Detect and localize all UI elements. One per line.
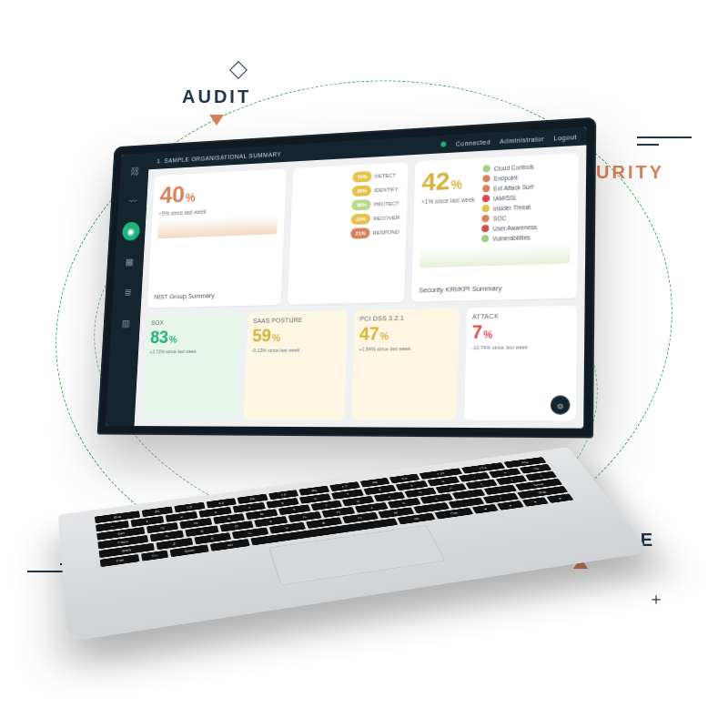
card-title: PCI DSS 3.2.1 <box>359 314 453 322</box>
status-dot-icon <box>441 141 447 147</box>
status-dot-icon <box>482 175 490 182</box>
card-nist-pills[interactable]: 55%DETECT60%IDENTIFY48%PROTECT32%RECOVER… <box>288 162 408 305</box>
dashboard-screen: ⛓〰◉▦≣▥ 1. SAMPLE ORGANISATIONAL SUMMARY … <box>106 126 587 428</box>
status-dot-icon <box>481 215 489 222</box>
card-pci[interactable]: PCI DSS 3.2.147%+1.84% since last week <box>351 308 460 420</box>
pill-label: RESPOND <box>373 229 399 236</box>
laptop-screen-bezel: ⛓〰◉▦≣▥ 1. SAMPLE ORGANISATIONAL SUMMARY … <box>97 117 597 439</box>
kri-label: Endpoint <box>494 174 518 181</box>
laptop-keyboard: EscF1F2F3F4F5F6F7F8F9F10F11F12~123456789… <box>58 447 651 642</box>
kri-label: User Awareness <box>492 223 537 231</box>
kri-item[interactable]: User Awareness <box>481 223 537 232</box>
kri-label: Cloud Controls <box>494 163 534 171</box>
keyboard-key: Fn <box>141 551 168 561</box>
status-dot-icon <box>481 235 489 242</box>
main-area: 1. SAMPLE ORGANISATIONAL SUMMARY Connect… <box>134 126 586 428</box>
keyboard-key: ► <box>547 493 574 502</box>
pill-badge: 48% <box>351 199 370 211</box>
user-label[interactable]: Administrator <box>500 136 544 145</box>
card-delta: -10.74% since last week <box>471 344 571 351</box>
card-value: 47% <box>359 322 454 345</box>
status-dot-icon <box>482 185 490 192</box>
card-delta: +2.72% since last week <box>149 348 235 354</box>
status-dot-icon <box>481 225 489 232</box>
kri-item[interactable]: Vulnerabilities <box>481 233 537 242</box>
card-kri-summary[interactable]: 42% +1% since last week Cloud ControlsEn… <box>411 153 579 302</box>
nist-pill-recover[interactable]: 32%RECOVER <box>351 212 399 225</box>
nist-overall-value: 40% <box>159 179 208 208</box>
card-nist-summary[interactable]: 40% +5% since last week NIST Group Summa… <box>147 168 287 308</box>
diamond-icon <box>229 61 248 79</box>
kri-item[interactable]: Ext Attack Surf <box>482 182 538 192</box>
link-icon[interactable]: ⛓ <box>126 162 144 181</box>
plus-icon: ＋ <box>648 588 664 610</box>
pill-badge: 21% <box>350 228 370 239</box>
kri-label: SOC <box>493 215 507 222</box>
status-dot-icon <box>482 195 490 202</box>
status-text: Connected <box>456 138 491 147</box>
kri-label: IAM/SSL <box>493 194 517 201</box>
pill-badge: 60% <box>352 185 371 197</box>
status-dot-icon <box>483 165 490 172</box>
card-attack[interactable]: ATTACK7%-10.74% since last week⌾ <box>464 306 577 420</box>
nist-sparkline <box>157 215 278 238</box>
pill-label: DETECT <box>375 173 396 179</box>
nist-delta: +5% since last week <box>158 208 207 217</box>
keyboard-key: ▲ <box>497 500 524 511</box>
nist-pill-identify[interactable]: 60%IDENTIFY <box>352 184 400 197</box>
kri-overall-value: 42% <box>421 166 476 197</box>
list-icon[interactable]: ≣ <box>118 283 136 302</box>
logout-link[interactable]: Logout <box>553 133 577 140</box>
dashboard-icon[interactable]: ◉ <box>122 222 140 241</box>
laptop-mockup: ⛓〰◉▦≣▥ 1. SAMPLE ORGANISATIONAL SUMMARY … <box>82 127 628 646</box>
pill-label: RECOVER <box>373 215 399 221</box>
breadcrumb: 1. SAMPLE ORGANISATIONAL SUMMARY <box>157 150 281 163</box>
kri-label: Ext Attack Surf <box>493 183 533 191</box>
label-audit: AUDIT <box>182 86 251 126</box>
dashboard-grid: 40% +5% since last week NIST Group Summa… <box>134 145 586 428</box>
grid-icon[interactable]: ▦ <box>120 252 138 271</box>
keyboard-key: ▼ <box>522 497 550 507</box>
keyboard-key: ◄ <box>471 504 499 514</box>
bar-chart-icon[interactable]: ▥ <box>116 313 135 332</box>
status-dot-icon <box>482 205 490 212</box>
fab-button[interactable]: ⌾ <box>551 395 571 414</box>
nist-pill-respond[interactable]: 21%RESPOND <box>350 227 399 239</box>
card-title: ATTACK <box>472 311 571 319</box>
kri-list: Cloud ControlsEndpointExt Attack SurfIAM… <box>481 162 538 242</box>
kri-sparkline <box>420 243 570 268</box>
kri-item[interactable]: Cloud Controls <box>483 162 539 172</box>
card-title: SOX <box>151 318 237 327</box>
nist-title: NIST Group Summary <box>154 290 275 301</box>
nist-pill-protect[interactable]: 48%PROTECT <box>351 197 399 210</box>
kri-label: Insider Threat <box>493 203 531 211</box>
card-delta: -0.12% since last week <box>251 347 341 353</box>
chart-area-icon[interactable]: 〰 <box>124 191 142 210</box>
kri-delta: +1% since last week <box>421 197 475 206</box>
pill-badge: 32% <box>351 214 371 226</box>
triangle-down-icon <box>209 115 224 126</box>
kri-item[interactable]: Endpoint <box>482 172 538 182</box>
kri-title: Security KRI/KPI Summary <box>419 282 570 294</box>
kri-item[interactable]: IAM/SSL <box>482 193 538 203</box>
card-delta: +1.84% since last week <box>359 345 453 351</box>
kri-item[interactable]: Insider Threat <box>482 203 538 213</box>
pill-badge: 55% <box>353 171 372 183</box>
pill-label: IDENTIFY <box>374 187 399 193</box>
kri-label: Vulnerabilities <box>492 234 531 242</box>
card-value: 7% <box>471 320 571 343</box>
card-title: SAAS POSTURE <box>253 316 342 324</box>
card-saas[interactable]: SAAS POSTURE59%-0.12% since last week <box>244 310 349 420</box>
pill-label: PROTECT <box>374 200 399 207</box>
card-value: 83% <box>150 326 237 348</box>
card-value: 59% <box>252 324 342 346</box>
decor-lines-top-right <box>637 136 692 151</box>
nist-pill-detect[interactable]: 55%DETECT <box>353 169 401 182</box>
compliance-row: SOX83%+2.72% since last weekSAAS POSTURE… <box>141 306 577 420</box>
kri-item[interactable]: SOC <box>481 213 537 223</box>
card-sox[interactable]: SOX83%+2.72% since last week <box>141 313 242 420</box>
